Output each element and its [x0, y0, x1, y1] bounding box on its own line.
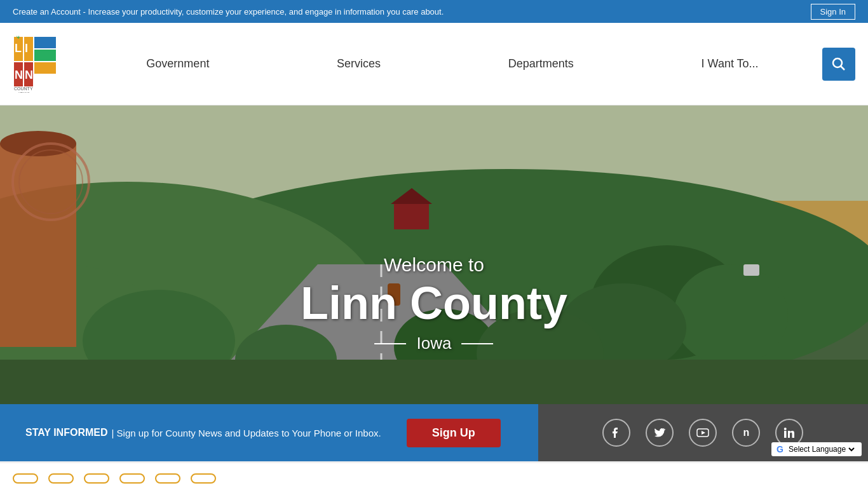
svg-text:COUNTY: COUNTY — [14, 86, 33, 91]
stay-informed-section: STAY INFORMED | Sign up for County News … — [0, 419, 538, 447]
google-translate[interactable]: G Select Language — [771, 442, 862, 456]
svg-point-13 — [833, 58, 842, 67]
svg-rect-5 — [34, 50, 56, 61]
nav-departments[interactable]: Departments — [496, 51, 587, 77]
stay-informed-text: | Sign up for County News and Updates to… — [112, 428, 381, 438]
bottom-nav-item-5[interactable] — [155, 473, 180, 484]
hero-title: Linn County — [301, 278, 567, 329]
twitter-icon[interactable] — [646, 419, 674, 447]
social-bar: n G Select Language — [538, 404, 868, 461]
google-g-icon: G — [776, 444, 783, 454]
bottom-nav-item-3[interactable] — [84, 473, 109, 484]
svg-text:N: N — [25, 69, 33, 81]
top-banner: Create an Account - Increase your produc… — [0, 0, 868, 23]
hero-section: Welcome to Linn County Iowa — [0, 105, 868, 404]
svg-rect-41 — [784, 431, 787, 438]
language-select[interactable]: Select Language — [786, 444, 857, 454]
svg-line-14 — [841, 66, 844, 70]
bottom-bar: STAY INFORMED | Sign up for County News … — [0, 404, 868, 461]
hero-content: Welcome to Linn County Iowa — [301, 254, 567, 353]
facebook-icon[interactable] — [602, 419, 630, 447]
hero-welcome-text: Welcome to — [301, 254, 567, 276]
svg-text:L: L — [15, 42, 22, 55]
header: COUNTY —IOWA— L I N N Government Service… — [0, 23, 868, 105]
sign-up-button[interactable]: Sign Up — [407, 419, 501, 447]
svg-rect-6 — [34, 62, 56, 74]
svg-marker-40 — [702, 431, 705, 435]
main-nav: Government Services Departments I Want T… — [83, 51, 822, 77]
bottom-nav-item-6[interactable] — [191, 473, 216, 484]
hero-subtitle: Iowa — [301, 334, 567, 353]
youtube-icon[interactable] — [689, 419, 717, 447]
search-button[interactable] — [822, 48, 855, 81]
sign-in-button[interactable]: Sign In — [811, 4, 855, 20]
search-icon — [832, 57, 846, 71]
nextdoor-icon[interactable]: n — [732, 419, 760, 447]
logo[interactable]: COUNTY —IOWA— L I N N — [13, 36, 57, 93]
bottom-nav-item-2[interactable] — [48, 473, 74, 484]
nav-services[interactable]: Services — [324, 51, 393, 77]
svg-text:I: I — [25, 42, 28, 55]
bottom-nav-item-1[interactable] — [13, 473, 38, 484]
svg-text:—IOWA—: —IOWA— — [14, 92, 34, 93]
banner-text: Create an Account - Increase your produc… — [13, 7, 811, 17]
nav-government[interactable]: Government — [133, 51, 222, 77]
logo-svg: COUNTY —IOWA— L I N N — [13, 36, 57, 93]
nav-i-want-to[interactable]: I Want To... — [689, 51, 771, 77]
svg-rect-4 — [34, 37, 56, 48]
bottom-nav-item-4[interactable] — [119, 473, 145, 484]
bottom-nav-strip — [0, 461, 868, 488]
svg-point-42 — [784, 428, 787, 430]
svg-text:N: N — [15, 69, 23, 81]
stay-informed-label: STAY INFORMED — [25, 427, 108, 438]
